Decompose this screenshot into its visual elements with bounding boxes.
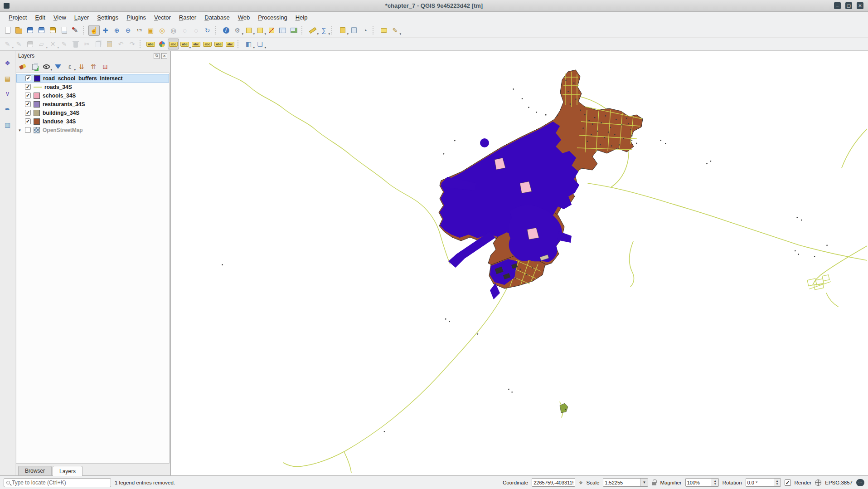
run-feature-action-icon[interactable]: ⚙▾ [232, 25, 243, 36]
remove-layer-icon[interactable]: ⊟ [100, 62, 111, 72]
lock-scale-icon[interactable] [652, 482, 656, 485]
rotation-spinbox[interactable]: ▲▼ [746, 478, 781, 487]
new-annotation-icon[interactable]: ✎▾ [389, 25, 401, 36]
layer-label[interactable]: OpenStreetMap [43, 127, 83, 133]
layer-label[interactable]: road_school_buffers_intersect [43, 75, 122, 82]
new-spatial-bookmark-icon[interactable]: ▾ [337, 25, 348, 36]
refresh-map-icon[interactable]: ↻ [202, 25, 213, 36]
rotation-spin-arrows[interactable]: ▲▼ [774, 479, 781, 486]
layer-visibility-checkbox[interactable]: ✓ [25, 93, 31, 98]
layer-row-restaurants_34S[interactable]: ✓restaurants_34S [16, 100, 169, 108]
open-layer-styling-icon[interactable] [17, 62, 28, 72]
save-project-icon[interactable] [24, 25, 36, 36]
layer-visibility-checkbox[interactable]: ✓ [25, 84, 31, 90]
maximize-button[interactable]: ▢ [845, 2, 852, 9]
save-as-template-icon[interactable] [47, 25, 58, 36]
layer-label[interactable]: roads_34S [44, 84, 72, 90]
zoom-full-icon[interactable]: ▣ [145, 25, 156, 36]
menu-settings[interactable]: Settings [93, 13, 122, 22]
statistical-summary-icon[interactable]: ∑▾ [318, 25, 330, 36]
minimize-button[interactable]: – [834, 2, 841, 9]
zoom-in-icon[interactable]: ⊕ [111, 25, 122, 36]
magnifier-spin-arrows[interactable]: ▲▼ [712, 479, 718, 486]
layer-label[interactable]: landuse_34S [43, 118, 76, 125]
layer-row-schools_34S[interactable]: ✓schools_34S [16, 91, 169, 100]
scale-combo[interactable]: ▼ [603, 478, 648, 487]
coordinate-input[interactable] [532, 478, 575, 487]
panel-tab-browser[interactable]: Browser [18, 466, 52, 475]
show-spatial-bookmarks-icon[interactable] [348, 25, 359, 36]
crs-globe-icon[interactable] [815, 479, 821, 486]
labeling-options-icon[interactable]: abc [168, 39, 179, 49]
temporal-controller-icon[interactable]: ◔ [359, 25, 371, 36]
layer-visibility-checkbox[interactable]: ✓ [25, 75, 31, 81]
pan-to-selection-icon[interactable]: ✚ [100, 25, 111, 36]
open-project-icon[interactable] [13, 25, 24, 36]
new-report-icon[interactable]: ✎ [70, 25, 81, 36]
render-checkbox[interactable]: ✓ [785, 479, 791, 486]
magnifier-input[interactable] [686, 479, 712, 486]
locator-input[interactable] [12, 479, 108, 486]
layer-visibility-checkbox[interactable]: ✓ [25, 118, 31, 124]
move-label-icon[interactable]: abc [202, 39, 213, 49]
select-by-expression-icon[interactable]: ▾ [254, 25, 266, 36]
filter-legend-icon[interactable] [53, 62, 63, 72]
pan-map-icon[interactable]: ☝ [88, 25, 100, 36]
layer-label[interactable]: restaurants_34S [43, 101, 85, 108]
change-label-icon[interactable]: abc [224, 39, 236, 49]
layer-diagram-icon[interactable] [156, 39, 168, 49]
zoom-to-layer-icon[interactable]: ◎ [168, 25, 179, 36]
menu-edit[interactable]: Edit [31, 13, 49, 22]
layer-row-landuse_34S[interactable]: ✓landuse_34S [16, 117, 169, 126]
menu-plugins[interactable]: Plugins [122, 13, 150, 22]
pin-labels-icon[interactable]: abc▾ [179, 39, 190, 49]
map-theme-icon[interactable]: ❏▾ [254, 39, 266, 49]
scale-input[interactable] [603, 479, 640, 486]
layer-labeling-icon[interactable]: abc [145, 39, 156, 49]
layer-label[interactable]: buildings_34S [43, 110, 79, 116]
expand-all-icon[interactable]: ⇊ [76, 62, 87, 72]
filter-by-expression-icon[interactable]: ε▾ [64, 62, 75, 72]
layer-visibility-checkbox[interactable]: ✓ [25, 101, 31, 107]
preview-mode-icon[interactable]: ◧▾ [243, 39, 254, 49]
zoom-native-icon[interactable]: 1:1 [134, 25, 145, 36]
open-attribute-table-icon[interactable] [277, 25, 288, 36]
magnifier-spinbox[interactable]: ▲▼ [685, 478, 719, 487]
select-features-icon[interactable]: ▾ [243, 25, 254, 36]
messages-icon[interactable]: ⋯ [856, 479, 864, 486]
collapse-all-icon[interactable]: ⇈ [88, 62, 99, 72]
menu-help[interactable]: Help [291, 13, 312, 22]
layer-expander-icon[interactable]: ▾ [17, 128, 22, 132]
menu-project[interactable]: Project [5, 13, 31, 22]
menu-processing[interactable]: Processing [254, 13, 291, 22]
panel-float-icon[interactable]: ⧉ [154, 53, 160, 59]
extent-tracking-icon[interactable]: ⌖ [579, 479, 582, 487]
menu-vector[interactable]: Vector [150, 13, 175, 22]
layer-row-roads_34S[interactable]: ✓roads_34S [16, 83, 169, 91]
zoom-out-icon[interactable]: ⊖ [122, 25, 134, 36]
layer-row-road_school_buffers_intersect[interactable]: ✓road_school_buffers_intersect [16, 74, 169, 83]
layer-row-OpenStreetMap[interactable]: ▾OpenStreetMap [16, 126, 169, 134]
add-group-icon[interactable] [29, 62, 40, 72]
scale-dropdown-icon[interactable]: ▼ [640, 479, 648, 486]
map-canvas[interactable] [171, 51, 868, 475]
zoom-next-icon[interactable]: ◌ [190, 25, 202, 36]
menu-view[interactable]: View [49, 13, 70, 22]
manage-map-themes-icon[interactable]: ▾ [41, 62, 52, 72]
layer-label[interactable]: schools_34S [43, 93, 76, 99]
menu-web[interactable]: Web [234, 13, 254, 22]
menu-layer[interactable]: Layer [70, 13, 93, 22]
measure-line-icon[interactable]: ▾ [307, 25, 318, 36]
deselect-features-icon[interactable] [266, 25, 277, 36]
layer-visibility-checkbox[interactable]: ✓ [25, 110, 31, 116]
crs-value[interactable]: EPSG:3857 [825, 480, 853, 485]
field-calculator-icon[interactable] [288, 25, 300, 36]
close-button[interactable]: ✕ [857, 2, 863, 9]
new-virtual-layer-icon[interactable]: ▥ [2, 119, 14, 131]
add-raster-layer-icon[interactable]: ▤ [2, 73, 14, 84]
rotation-input[interactable] [746, 479, 774, 486]
zoom-last-icon[interactable]: ◌ [179, 25, 190, 36]
panel-close-icon[interactable]: ✕ [161, 53, 167, 59]
identify-features-icon[interactable]: i [220, 25, 232, 36]
data-source-manager-icon[interactable]: ❖ [2, 57, 14, 69]
